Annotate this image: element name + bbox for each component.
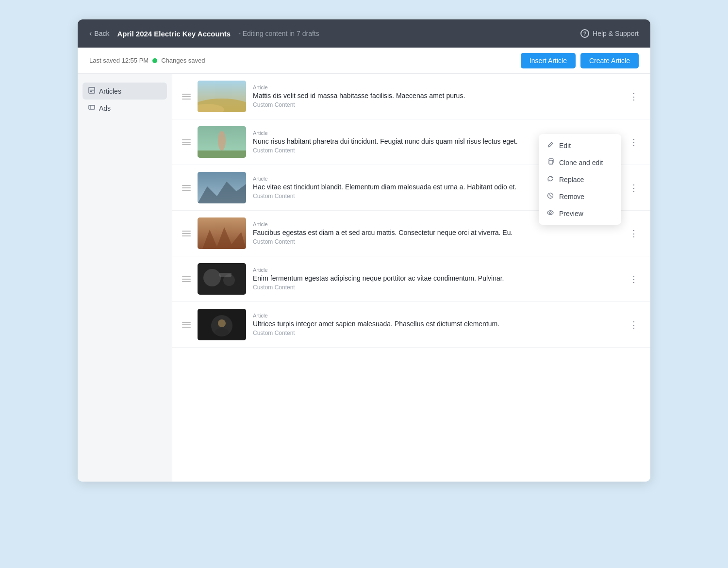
article-info: Article Faucibus egestas est diam a et s… <box>253 221 620 245</box>
context-menu-clone[interactable]: Clone and edit <box>539 154 621 171</box>
context-menu-label: Clone and edit <box>559 159 603 167</box>
article-list: Article Mattis dis velit sed id massa ha… <box>172 74 650 348</box>
article-label: Article <box>253 267 620 273</box>
article-label: Article <box>253 84 620 90</box>
article-thumbnail <box>198 263 246 295</box>
articles-icon <box>88 87 95 95</box>
article-thumbnail <box>198 217 246 249</box>
svg-point-27 <box>215 328 229 336</box>
drag-handle[interactable] <box>182 276 191 282</box>
more-options-button[interactable]: ⋮ <box>627 135 641 149</box>
svg-point-28 <box>218 319 226 327</box>
preview-icon <box>546 209 554 217</box>
page-subtitle: - Editing content in 7 drafts <box>238 30 319 37</box>
article-row: Article Enim fermentum egestas adipiscin… <box>172 256 650 302</box>
svg-point-15 <box>547 211 553 215</box>
clone-icon <box>546 158 554 167</box>
help-label: Help & Support <box>593 30 639 37</box>
article-title: Ultrices turpis integer amet sapien male… <box>253 320 620 328</box>
more-options-button[interactable]: ⋮ <box>627 90 641 103</box>
sidebar-item-ads[interactable]: Ads <box>83 100 167 117</box>
sidebar-item-articles-label: Articles <box>99 87 121 95</box>
article-info: Article Enim fermentum egestas adipiscin… <box>253 267 620 291</box>
toolbar-left: Last saved 12:55 PM Changes saved <box>89 57 205 64</box>
article-title: Faucibus egestas est diam a et sed arcu … <box>253 229 620 236</box>
article-meta: Custom Content <box>253 284 620 291</box>
saved-indicator-dot <box>152 58 157 63</box>
ads-icon <box>88 104 95 112</box>
sidebar-item-articles[interactable]: Articles <box>83 83 167 100</box>
sidebar-item-ads-label: Ads <box>99 104 111 112</box>
back-button[interactable]: ‹ Back <box>89 29 109 38</box>
context-menu-remove[interactable]: Remove <box>539 188 621 205</box>
article-thumbnail <box>198 126 246 158</box>
article-meta: Custom Content <box>253 238 620 245</box>
toolbar: Last saved 12:55 PM Changes saved Insert… <box>78 48 650 74</box>
context-menu-edit[interactable]: Edit <box>539 137 621 154</box>
svg-rect-4 <box>89 105 95 109</box>
article-title: Mattis dis velit sed id massa habitasse … <box>253 92 620 100</box>
insert-article-button[interactable]: Insert Article <box>521 53 576 68</box>
create-article-button[interactable]: Create Article <box>580 53 639 68</box>
more-options-button[interactable]: ⋮ <box>627 272 641 286</box>
svg-line-14 <box>549 195 552 197</box>
edit-icon <box>546 141 554 150</box>
drag-handle[interactable] <box>182 94 191 100</box>
article-row: Article Nunc risus habitant pharetra dui… <box>172 119 650 165</box>
top-nav: ‹ Back April 2024 Electric Key Accounts … <box>78 19 650 48</box>
article-row: Article Mattis dis velit sed id massa ha… <box>172 74 650 119</box>
svg-rect-10 <box>198 150 246 158</box>
article-info: Article Ultrices turpis integer amet sap… <box>253 313 620 336</box>
main-layout: Articles Ads Article Mattis dis velit se… <box>78 74 650 482</box>
context-menu-label: Preview <box>559 210 583 217</box>
svg-point-22 <box>203 269 221 286</box>
article-title: Enim fermentum egestas adipiscing neque … <box>253 274 620 282</box>
more-options-button[interactable]: ⋮ <box>627 318 641 332</box>
toolbar-right: Insert Article Create Article <box>521 53 639 68</box>
context-menu-preview[interactable]: Preview <box>539 205 621 222</box>
more-options-button[interactable]: ⋮ <box>627 181 641 195</box>
back-label: Back <box>94 30 109 37</box>
help-icon: ? <box>580 29 589 38</box>
article-thumbnail <box>198 309 246 340</box>
svg-rect-12 <box>549 160 553 164</box>
drag-handle[interactable] <box>182 322 191 328</box>
page-title: April 2024 Electric Key Accounts <box>117 30 231 38</box>
context-menu-label: Edit <box>559 142 571 150</box>
replace-icon <box>546 175 554 184</box>
drag-handle[interactable] <box>182 231 191 236</box>
svg-rect-24 <box>219 273 232 277</box>
svg-point-16 <box>549 212 551 214</box>
sidebar: Articles Ads <box>78 74 172 482</box>
article-label: Article <box>253 313 620 318</box>
content-area: Article Mattis dis velit sed id massa ha… <box>172 74 650 482</box>
article-thumbnail <box>198 172 246 203</box>
context-menu-label: Remove <box>559 193 584 200</box>
nav-left: ‹ Back April 2024 Electric Key Accounts … <box>89 29 319 38</box>
context-menu-replace[interactable]: Replace <box>539 171 621 188</box>
last-saved-text: Last saved 12:55 PM <box>89 57 149 64</box>
article-thumbnail <box>198 81 246 112</box>
article-meta: Custom Content <box>253 101 620 108</box>
help-button[interactable]: ? Help & Support <box>580 29 639 38</box>
more-options-button[interactable]: ⋮ <box>627 227 641 240</box>
changes-saved-text: Changes saved <box>161 57 205 64</box>
remove-icon <box>546 192 554 200</box>
article-info: Article Mattis dis velit sed id massa ha… <box>253 84 620 108</box>
svg-point-11 <box>218 131 226 150</box>
context-menu: Edit Clone and edit Replace Remove Previ… <box>539 134 621 225</box>
context-menu-label: Replace <box>559 176 584 184</box>
drag-handle[interactable] <box>182 185 191 191</box>
article-row: Article Ultrices turpis integer amet sap… <box>172 302 650 348</box>
drag-handle[interactable] <box>182 139 191 145</box>
app-container: ‹ Back April 2024 Electric Key Accounts … <box>78 19 650 482</box>
chevron-left-icon: ‹ <box>89 29 92 38</box>
article-meta: Custom Content <box>253 330 620 336</box>
